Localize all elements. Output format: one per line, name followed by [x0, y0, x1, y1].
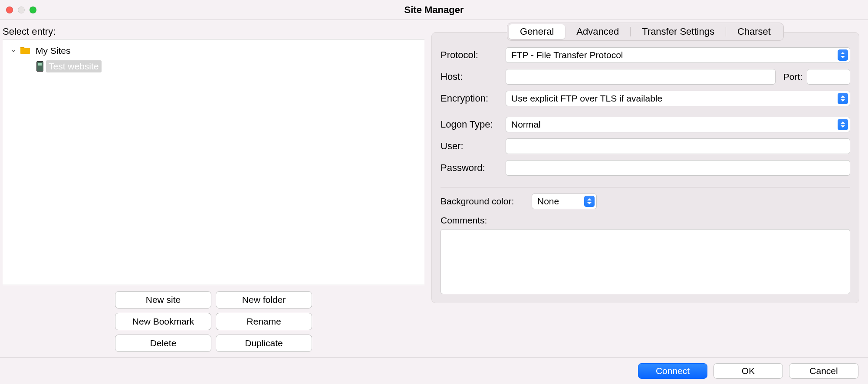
protocol-label: Protocol: — [441, 49, 506, 61]
encryption-label: Encryption: — [441, 93, 506, 104]
window-title: Site Manager — [0, 4, 868, 16]
ok-button[interactable]: OK — [713, 363, 783, 379]
folder-icon — [20, 46, 30, 56]
port-label: Port: — [783, 72, 802, 82]
tree-root-row[interactable]: My Sites — [3, 43, 424, 59]
divider — [441, 187, 850, 187]
select-entry-label: Select entry: — [3, 26, 424, 37]
tree-item[interactable]: Test website — [3, 59, 424, 74]
password-label: Password: — [441, 162, 506, 174]
tree-item-label: Test website — [46, 60, 102, 72]
rename-button[interactable]: Rename — [216, 313, 312, 330]
user-label: User: — [441, 141, 506, 152]
site-tree[interactable]: My Sites Test website — [3, 39, 424, 285]
updown-icon — [838, 49, 848, 61]
site-buttons: New site New folder New Bookmark Rename … — [3, 291, 424, 352]
host-label: Host: — [441, 71, 506, 82]
cancel-button[interactable]: Cancel — [789, 363, 858, 379]
new-site-button[interactable]: New site — [115, 291, 211, 309]
tree-root-label: My Sites — [33, 45, 73, 57]
updown-icon — [838, 93, 848, 104]
right-pane: General Advanced Transfer Settings Chars… — [430, 20, 868, 357]
delete-button[interactable]: Delete — [115, 335, 211, 352]
bgcolor-label: Background color: — [441, 196, 532, 207]
connect-button[interactable]: Connect — [638, 363, 707, 379]
tab-transfer[interactable]: Transfer Settings — [631, 24, 726, 39]
encryption-value: Use explicit FTP over TLS if available — [511, 93, 662, 104]
titlebar: Site Manager — [0, 0, 868, 20]
tab-general[interactable]: General — [509, 24, 565, 39]
tab-charset[interactable]: Charset — [726, 24, 782, 39]
password-input[interactable] — [506, 160, 850, 176]
content: Select entry: My Sites Test website New … — [0, 20, 868, 357]
logon-type-select[interactable]: Normal — [506, 117, 850, 132]
tab-bar: General Advanced Transfer Settings Chars… — [507, 23, 784, 41]
new-bookmark-button[interactable]: New Bookmark — [115, 313, 211, 330]
chevron-down-icon[interactable] — [10, 47, 17, 55]
updown-icon — [584, 196, 595, 207]
duplicate-button[interactable]: Duplicate — [216, 335, 312, 352]
server-icon — [36, 61, 43, 72]
encryption-select[interactable]: Use explicit FTP over TLS if available — [506, 91, 850, 106]
general-panel: Protocol: FTP - File Transfer Protocol H… — [431, 32, 859, 303]
bgcolor-select[interactable]: None — [532, 194, 597, 209]
tab-advanced[interactable]: Advanced — [565, 24, 630, 39]
new-folder-button[interactable]: New folder — [216, 291, 312, 309]
protocol-value: FTP - File Transfer Protocol — [511, 50, 623, 60]
logon-type-label: Logon Type: — [441, 119, 506, 130]
port-input[interactable] — [807, 69, 850, 85]
left-pane: Select entry: My Sites Test website New … — [0, 20, 430, 357]
host-input[interactable] — [506, 69, 776, 85]
protocol-select[interactable]: FTP - File Transfer Protocol — [506, 47, 850, 63]
footer: Connect OK Cancel — [0, 357, 868, 384]
comments-label: Comments: — [441, 215, 487, 226]
comments-input[interactable] — [441, 229, 850, 294]
bgcolor-value: None — [537, 196, 559, 207]
logon-type-value: Normal — [511, 119, 541, 130]
user-input[interactable] — [506, 138, 850, 154]
updown-icon — [838, 119, 848, 130]
